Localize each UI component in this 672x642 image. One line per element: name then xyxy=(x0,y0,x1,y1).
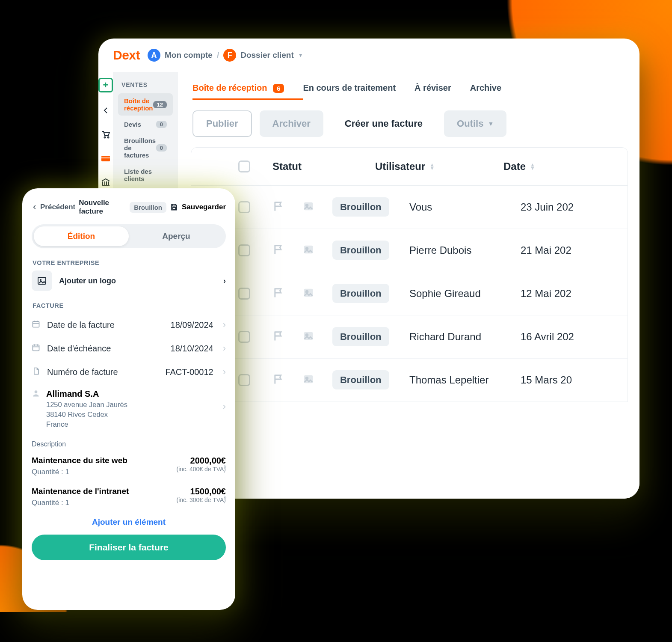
mobile-panel: Précédent Nouvelle facture Brouillon Sau… xyxy=(22,188,235,610)
table-row[interactable]: Brouillon Thomas Lepeltier 15 Mars 20 xyxy=(191,359,628,402)
image-icon[interactable] xyxy=(302,287,332,300)
sidebar-item-inbox[interactable]: Boîte de réception 12 xyxy=(118,93,173,116)
chevron-down-icon[interactable]: ▼ xyxy=(298,52,303,58)
publish-button[interactable]: Publier xyxy=(192,110,252,137)
field-due-date[interactable]: Date d'échéance 18/10/2024 › xyxy=(32,337,226,360)
finalize-button[interactable]: Finaliser la facture xyxy=(32,535,226,560)
table-row[interactable]: Brouillon Pierre Dubois 21 Mai 202 xyxy=(191,229,628,272)
flag-icon[interactable] xyxy=(272,330,302,344)
cell-date: 23 Juin 202 xyxy=(521,201,615,213)
main-pane: Boîte de réception 6 En cours de traitem… xyxy=(178,72,639,499)
person-icon xyxy=(32,389,40,399)
row-checkbox[interactable] xyxy=(238,244,250,256)
crumb-client[interactable]: Dossier client xyxy=(240,51,294,60)
sidebar-item-clients[interactable]: Liste des clients xyxy=(118,164,173,186)
cell-user: Pierre Dubois xyxy=(409,244,521,256)
flag-icon[interactable] xyxy=(272,373,302,387)
table-row[interactable]: Brouillon Vous 23 Juin 202 xyxy=(191,186,628,229)
select-all-checkbox[interactable] xyxy=(238,160,250,172)
back-button[interactable]: Précédent xyxy=(32,203,75,211)
add-logo-row[interactable]: Ajouter un logo › xyxy=(32,270,226,291)
image-icon[interactable] xyxy=(302,373,332,387)
row-checkbox[interactable] xyxy=(238,201,250,213)
row-checkbox[interactable] xyxy=(238,331,250,343)
table-row[interactable]: Brouillon Sophie Gireaud 12 Mai 202 xyxy=(191,272,628,315)
svg-point-0 xyxy=(104,137,106,138)
status-chip: Brouillon xyxy=(332,284,389,303)
header: Dext A Mon compte / F Dossier client ▼ xyxy=(98,39,639,72)
cell-user: Vous xyxy=(409,201,521,213)
status-chip: Brouillon xyxy=(332,327,389,346)
card-icon[interactable] xyxy=(100,152,112,164)
cart-icon[interactable] xyxy=(100,128,112,140)
archive-button[interactable]: Archiver xyxy=(260,110,323,137)
back-icon[interactable] xyxy=(100,104,112,116)
calendar-icon xyxy=(32,343,41,354)
flag-icon[interactable] xyxy=(272,244,302,257)
nav-heading: VENTES xyxy=(121,81,169,88)
cell-date: 21 Mai 202 xyxy=(521,244,615,256)
sort-icon[interactable]: ▲▼ xyxy=(530,163,535,170)
table-header: Statut Utilisateur▲▼ Date▲▼ xyxy=(191,147,628,186)
document-icon xyxy=(32,367,41,377)
svg-rect-14 xyxy=(173,208,176,210)
save-icon xyxy=(170,203,178,211)
tabs: Boîte de réception 6 En cours de traitem… xyxy=(178,72,639,100)
svg-point-1 xyxy=(108,137,109,138)
table-row[interactable]: Brouillon Richard Durand 16 Avril 202 xyxy=(191,315,628,359)
image-icon xyxy=(32,270,52,291)
sidebar-item-quotes[interactable]: Devis 0 xyxy=(118,117,173,132)
tab-processing[interactable]: En cours de traitement xyxy=(303,77,396,100)
field-invoice-number[interactable]: Numéro de facture FACT-00012 › xyxy=(32,360,226,384)
tools-button[interactable]: Outils ▼ xyxy=(444,110,506,137)
chevron-down-icon: ▼ xyxy=(488,120,494,127)
tab-inbox[interactable]: Boîte de réception 6 xyxy=(192,77,284,100)
chevron-right-icon: › xyxy=(223,366,226,377)
count-badge: 0 xyxy=(156,121,167,128)
cell-user: Thomas Lepeltier xyxy=(409,374,521,386)
col-status: Statut xyxy=(272,160,375,172)
svg-point-16 xyxy=(40,279,41,281)
save-button[interactable]: Sauvegarder xyxy=(170,203,226,211)
count-badge: 0 xyxy=(156,144,167,152)
row-checkbox[interactable] xyxy=(238,288,250,300)
status-chip: Brouillon xyxy=(332,241,389,260)
line-item[interactable]: Maintenance du site web Quantité : 1 200… xyxy=(32,452,226,482)
segmented-control: Édition Aperçu xyxy=(32,224,226,248)
tab-review[interactable]: À réviser xyxy=(414,77,451,100)
cell-date: 16 Avril 202 xyxy=(521,331,615,343)
flag-icon[interactable] xyxy=(272,200,302,214)
crumb-account[interactable]: Mon compte xyxy=(165,51,213,60)
image-icon[interactable] xyxy=(302,330,332,344)
cell-user: Richard Durand xyxy=(409,331,521,343)
field-invoice-date[interactable]: Date de la facture 18/09/2024 › xyxy=(32,313,226,337)
status-chip: Brouillon xyxy=(332,370,389,389)
chevron-right-icon: › xyxy=(223,401,226,412)
field-client[interactable]: Allimand S.A 1250 avenue Jean Jaurès 381… xyxy=(32,384,226,434)
add-item-link[interactable]: Ajouter un élément xyxy=(32,513,226,535)
description-label: Description xyxy=(32,440,226,448)
add-button[interactable]: + xyxy=(98,78,113,92)
action-bar: Publier Archiver Créer une facture Outil… xyxy=(178,100,639,147)
table: Statut Utilisateur▲▼ Date▲▼ Brouillon Vo… xyxy=(178,147,639,402)
breadcrumb: A Mon compte / F Dossier client ▼ xyxy=(148,49,303,62)
seg-preview[interactable]: Aperçu xyxy=(129,226,224,246)
flag-icon[interactable] xyxy=(272,287,302,300)
svg-rect-2 xyxy=(101,156,110,161)
row-checkbox[interactable] xyxy=(238,374,250,386)
tab-archive[interactable]: Archive xyxy=(470,77,501,100)
chevron-right-icon: › xyxy=(223,319,226,330)
bank-icon[interactable] xyxy=(100,176,112,188)
section-invoice: FACTURE xyxy=(33,302,225,309)
sidebar-item-drafts[interactable]: Brouillons de factures 0 xyxy=(118,133,173,163)
sort-icon[interactable]: ▲▼ xyxy=(429,163,435,170)
status-badge: Brouillon xyxy=(130,202,166,213)
image-icon[interactable] xyxy=(302,244,332,257)
create-invoice-button[interactable]: Créer une facture xyxy=(331,110,436,137)
image-icon[interactable] xyxy=(302,200,332,214)
avatar-account: A xyxy=(148,49,160,62)
col-user: Utilisateur▲▼ xyxy=(375,160,503,172)
line-item[interactable]: Maintenance de l'intranet Quantité : 1 1… xyxy=(32,482,226,513)
seg-edit[interactable]: Édition xyxy=(34,226,129,246)
app-logo: Dext xyxy=(113,48,140,62)
